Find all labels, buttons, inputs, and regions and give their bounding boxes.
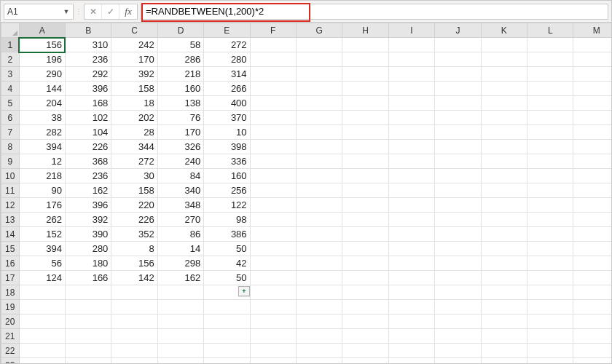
row-header-23[interactable]: 23 <box>1 358 20 364</box>
cell-a21[interactable] <box>19 329 65 344</box>
cell-l16[interactable] <box>527 256 573 271</box>
cell-c12[interactable]: 220 <box>111 198 157 213</box>
cell-g18[interactable] <box>296 285 342 300</box>
cell-g19[interactable] <box>296 300 342 314</box>
cell-a14[interactable]: 152 <box>19 227 65 242</box>
cell-e13[interactable]: 98 <box>204 213 250 227</box>
cell-h5[interactable] <box>342 96 388 111</box>
cell-b11[interactable]: 162 <box>65 183 111 198</box>
cell-i9[interactable] <box>388 154 434 169</box>
grid[interactable]: ABCDEFGHIJKLM 11563102425827221962361702… <box>1 23 611 363</box>
cell-m3[interactable] <box>573 67 611 82</box>
cell-i4[interactable] <box>388 82 434 96</box>
cell-k19[interactable] <box>481 300 527 314</box>
cell-k21[interactable] <box>481 329 527 344</box>
cell-e11[interactable]: 256 <box>204 183 250 198</box>
cell-l18[interactable] <box>527 285 573 300</box>
cell-f19[interactable] <box>250 300 296 314</box>
cell-k4[interactable] <box>481 82 527 96</box>
cell-f18[interactable] <box>250 285 296 300</box>
cell-l7[interactable] <box>527 125 573 140</box>
cell-h7[interactable] <box>342 125 388 140</box>
enter-button[interactable]: ✓ <box>102 4 119 19</box>
cell-j9[interactable] <box>435 154 481 169</box>
row-header-17[interactable]: 17 <box>1 271 20 285</box>
cell-f4[interactable] <box>250 82 296 96</box>
cell-f15[interactable] <box>250 242 296 256</box>
cell-m18[interactable] <box>573 285 611 300</box>
cell-h22[interactable] <box>342 344 388 358</box>
cell-e2[interactable]: 280 <box>204 52 250 67</box>
cell-d7[interactable]: 170 <box>157 125 203 140</box>
cell-i20[interactable] <box>388 314 434 329</box>
row-header-22[interactable]: 22 <box>1 344 20 358</box>
cell-k14[interactable] <box>481 227 527 242</box>
cell-m13[interactable] <box>573 213 611 227</box>
cell-k1[interactable] <box>481 38 527 52</box>
cell-b7[interactable]: 104 <box>65 125 111 140</box>
cell-e12[interactable]: 122 <box>204 198 250 213</box>
cell-d16[interactable]: 298 <box>157 256 203 271</box>
cell-j21[interactable] <box>435 329 481 344</box>
cell-c11[interactable]: 158 <box>111 183 157 198</box>
cell-a16[interactable]: 56 <box>19 256 65 271</box>
row-header-11[interactable]: 11 <box>1 183 20 198</box>
cell-e15[interactable]: 50 <box>204 242 250 256</box>
cell-a4[interactable]: 144 <box>19 82 65 96</box>
cell-a8[interactable]: 394 <box>19 140 65 154</box>
cell-l5[interactable] <box>527 96 573 111</box>
cell-c8[interactable]: 344 <box>111 140 157 154</box>
cell-j12[interactable] <box>435 198 481 213</box>
cell-b2[interactable]: 236 <box>65 52 111 67</box>
cell-l17[interactable] <box>527 271 573 285</box>
cell-e5[interactable]: 400 <box>204 96 250 111</box>
cell-j11[interactable] <box>435 183 481 198</box>
cell-b1[interactable]: 310 <box>65 38 111 52</box>
cell-d14[interactable]: 86 <box>157 227 203 242</box>
cell-h17[interactable] <box>342 271 388 285</box>
cell-d20[interactable] <box>157 314 203 329</box>
cell-i8[interactable] <box>388 140 434 154</box>
chevron-down-icon[interactable]: ▼ <box>63 8 70 15</box>
row-header-16[interactable]: 16 <box>1 256 20 271</box>
cell-b9[interactable]: 368 <box>65 154 111 169</box>
cell-l14[interactable] <box>527 227 573 242</box>
cell-b8[interactable]: 226 <box>65 140 111 154</box>
row-header-18[interactable]: 18 <box>1 285 20 300</box>
cell-m10[interactable] <box>573 169 611 183</box>
row-header-12[interactable]: 12 <box>1 198 20 213</box>
cell-c1[interactable]: 242 <box>111 38 157 52</box>
cell-i16[interactable] <box>388 256 434 271</box>
cell-f21[interactable] <box>250 329 296 344</box>
cell-e6[interactable]: 370 <box>204 111 250 125</box>
cell-d10[interactable]: 84 <box>157 169 203 183</box>
insert-function-button[interactable]: fx <box>119 4 137 19</box>
cell-a19[interactable] <box>19 300 65 314</box>
cell-e17[interactable]: 50 <box>204 271 250 285</box>
cell-j8[interactable] <box>435 140 481 154</box>
cell-i3[interactable] <box>388 67 434 82</box>
cell-j18[interactable] <box>435 285 481 300</box>
cell-i13[interactable] <box>388 213 434 227</box>
cell-c17[interactable]: 142 <box>111 271 157 285</box>
row-header-15[interactable]: 15 <box>1 242 20 256</box>
cell-k22[interactable] <box>481 344 527 358</box>
cell-b23[interactable] <box>65 358 111 364</box>
cell-m23[interactable] <box>573 358 611 364</box>
cell-a10[interactable]: 218 <box>19 169 65 183</box>
cell-c16[interactable]: 156 <box>111 256 157 271</box>
cell-c5[interactable]: 18 <box>111 96 157 111</box>
cell-j19[interactable] <box>435 300 481 314</box>
cell-c4[interactable]: 158 <box>111 82 157 96</box>
cell-h2[interactable] <box>342 52 388 67</box>
cell-i23[interactable] <box>388 358 434 364</box>
cell-j3[interactable] <box>435 67 481 82</box>
cell-k8[interactable] <box>481 140 527 154</box>
cell-h9[interactable] <box>342 154 388 169</box>
cell-l22[interactable] <box>527 344 573 358</box>
cell-c18[interactable] <box>111 285 157 300</box>
cell-d12[interactable]: 348 <box>157 198 203 213</box>
cell-h3[interactable] <box>342 67 388 82</box>
select-all-corner[interactable] <box>1 23 20 38</box>
cell-g9[interactable] <box>296 154 342 169</box>
